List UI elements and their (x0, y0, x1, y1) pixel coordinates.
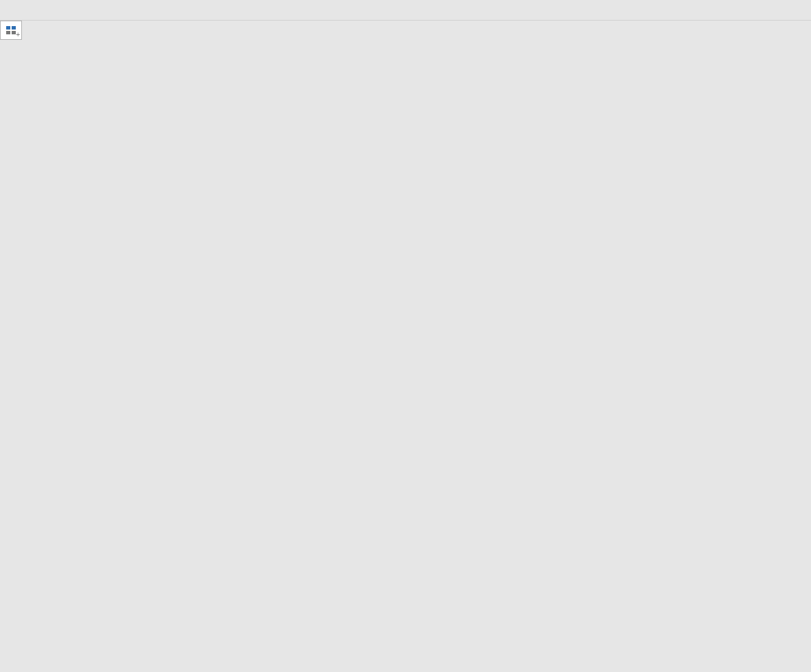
auto-fill-options-button[interactable]: + (0, 21, 22, 40)
plus-icon: + (16, 32, 20, 38)
auto-fill-options-icon (6, 26, 16, 34)
formula-bar-area (0, 0, 811, 21)
